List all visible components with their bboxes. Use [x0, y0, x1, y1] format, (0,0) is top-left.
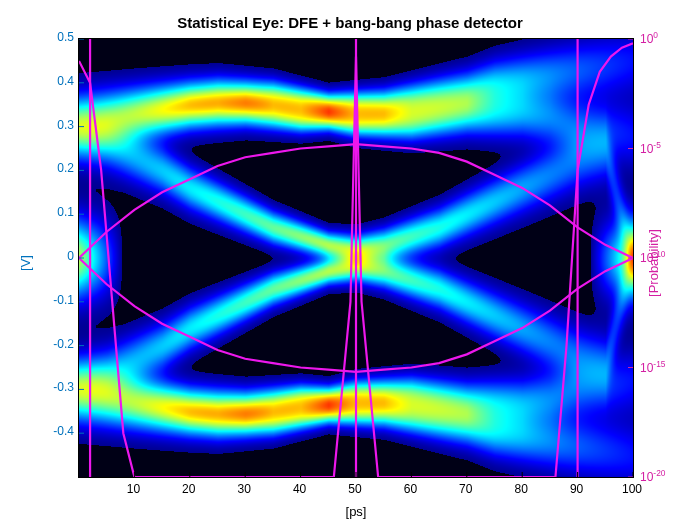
chart-title: Statistical Eye: DFE + bang-bang phase d…	[0, 14, 700, 31]
y-tick-right: 10-5	[640, 140, 690, 156]
y-tick-left: -0.1	[34, 293, 74, 307]
y-tick-left: -0.4	[34, 424, 74, 438]
y-axis-label-left: [V]	[18, 255, 33, 271]
y-tick-left: -0.2	[34, 337, 74, 351]
y-tick-left: 0.3	[34, 118, 74, 132]
plot-area	[78, 38, 634, 478]
x-tick: 70	[451, 482, 481, 496]
x-tick: 60	[395, 482, 425, 496]
y-tick-left: 0.2	[34, 161, 74, 175]
y-tick-right: 10-15	[640, 359, 690, 375]
y-tick-right: 10-20	[640, 468, 690, 484]
x-tick: 100	[617, 482, 647, 496]
y-tick-left: -0.3	[34, 380, 74, 394]
bathtub-overlay	[79, 39, 633, 477]
y-tick-left: 0.5	[34, 30, 74, 44]
x-tick: 90	[562, 482, 592, 496]
chart-container: { "title": "Statistical Eye: DFE + bang-…	[0, 0, 700, 525]
x-tick: 10	[118, 482, 148, 496]
x-tick: 30	[229, 482, 259, 496]
x-tick: 20	[174, 482, 204, 496]
y-tick-left: 0.1	[34, 205, 74, 219]
y-tick-left: 0.4	[34, 74, 74, 88]
x-tick: 80	[506, 482, 536, 496]
x-tick: 40	[285, 482, 315, 496]
y-tick-right: 100	[640, 30, 690, 46]
y-tick-right: 10-10	[640, 249, 690, 265]
x-tick: 50	[340, 482, 370, 496]
x-axis-label: [ps]	[78, 504, 634, 519]
y-tick-left: 0	[34, 249, 74, 263]
